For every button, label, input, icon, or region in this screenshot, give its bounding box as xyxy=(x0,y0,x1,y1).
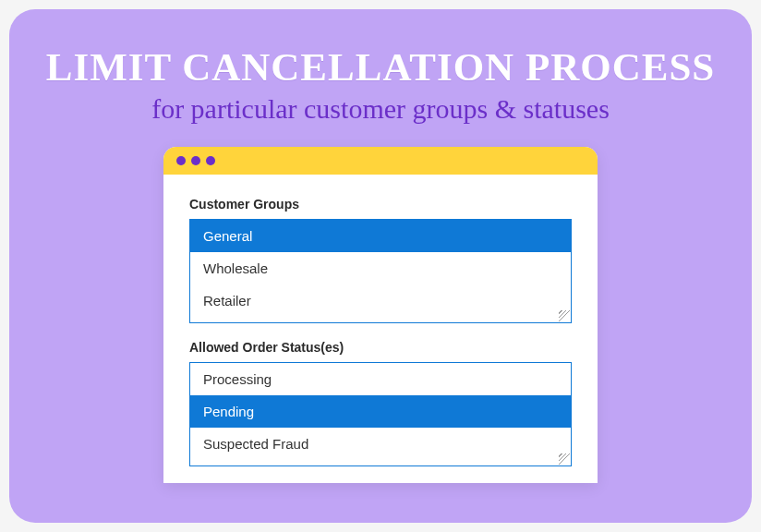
settings-window: Customer Groups General Wholesale Retail… xyxy=(163,147,598,483)
list-item[interactable]: Pending xyxy=(190,395,571,428)
list-item[interactable]: General xyxy=(190,220,571,252)
order-status-label: Allowed Order Status(es) xyxy=(189,340,572,355)
list-item[interactable]: Processing xyxy=(190,363,571,395)
list-item[interactable]: Wholesale xyxy=(190,252,571,284)
hero-card: LIMIT CANCELLATION PROCESS for particula… xyxy=(9,9,752,523)
window-dot-icon xyxy=(206,156,215,165)
window-titlebar xyxy=(163,147,598,175)
window-dot-icon xyxy=(176,156,186,165)
hero-title: LIMIT CANCELLATION PROCESS xyxy=(9,44,752,90)
order-status-select[interactable]: Processing Pending Suspected Fraud xyxy=(189,362,572,466)
hero-subtitle: for particular customer groups & statuse… xyxy=(9,93,752,125)
window-body: Customer Groups General Wholesale Retail… xyxy=(163,175,598,466)
list-item[interactable]: Suspected Fraud xyxy=(190,428,571,460)
customer-groups-section: Customer Groups General Wholesale Retail… xyxy=(189,197,572,323)
order-status-section: Allowed Order Status(es) Processing Pend… xyxy=(189,340,572,466)
customer-groups-select[interactable]: General Wholesale Retailer xyxy=(189,219,572,323)
window-dot-icon xyxy=(191,156,200,165)
customer-groups-label: Customer Groups xyxy=(189,197,572,212)
list-item[interactable]: Retailer xyxy=(190,284,571,317)
